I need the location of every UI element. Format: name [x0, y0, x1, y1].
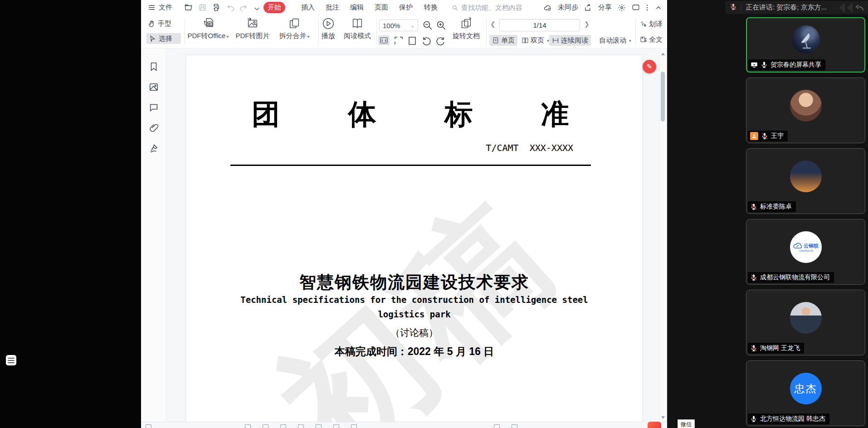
message-icon[interactable]	[632, 4, 640, 12]
search-input[interactable]: 查找功能、文档内容	[452, 3, 532, 13]
statusbar-icon[interactable]	[333, 424, 339, 428]
fit-width-icon[interactable]	[393, 35, 404, 46]
split-merge-button[interactable]: 拆分合并▾	[273, 17, 315, 40]
statusbar-icon[interactable]	[298, 424, 304, 428]
signature-icon[interactable]	[149, 143, 159, 153]
statusbar-icon[interactable]	[512, 424, 517, 428]
participant-tile[interactable]: 标准委陈卓	[746, 148, 865, 214]
rotate-right-icon[interactable]	[435, 35, 446, 46]
draft-note: （讨论稿）	[186, 326, 642, 339]
zoom-out-icon[interactable]	[422, 20, 433, 31]
print-icon[interactable]	[212, 3, 220, 12]
screen-share-icon	[751, 61, 758, 68]
pdf-to-image-button[interactable]: PDF转图片	[232, 17, 273, 40]
nav-back-icon[interactable]	[839, 3, 845, 13]
select-tool-button[interactable]: 选择	[146, 33, 181, 44]
taskbar-app-icon[interactable]	[648, 422, 661, 428]
fit-page-icon[interactable]	[407, 35, 418, 46]
nav-back-icon[interactable]	[847, 3, 853, 13]
avatar-initials-text: 忠杰	[795, 382, 817, 396]
image-panel-icon[interactable]	[149, 82, 159, 92]
page-number-input[interactable]: 1/14	[499, 19, 580, 31]
zoom-select[interactable]: 100% ⌄	[379, 19, 418, 31]
scrollbar-thumb[interactable]	[661, 72, 665, 122]
more-vertical-icon[interactable]	[646, 4, 649, 12]
single-page-button[interactable]: 单页	[489, 35, 517, 46]
participant-name: 北方恒达物流园 韩忠杰	[760, 415, 825, 423]
split-merge-icon	[288, 17, 301, 30]
continuous-read-button[interactable]: 连续阅读	[549, 35, 591, 46]
statusbar-icon[interactable]	[316, 424, 322, 428]
redo-icon[interactable]	[239, 3, 248, 12]
tab-comment[interactable]: 批注	[326, 0, 339, 15]
mic-muted-icon	[750, 203, 757, 210]
rotate-doc-button[interactable]: 旋转文档	[449, 17, 484, 40]
vertical-scrollbar[interactable]: ❯	[659, 49, 666, 422]
tab-protect[interactable]: 保护	[399, 0, 413, 15]
statusbar-icon[interactable]	[494, 424, 500, 428]
tab-page[interactable]: 页面	[375, 0, 388, 15]
bookmark-icon[interactable]	[149, 62, 159, 72]
cloud-unsynced-icon[interactable]	[544, 4, 552, 12]
translate-full-button[interactable]: 全文	[637, 34, 665, 45]
statusbar-icon[interactable]	[280, 424, 286, 428]
attachment-icon[interactable]	[149, 123, 159, 133]
participant-name-bar: 成都云钢联物流有限公司	[748, 272, 834, 283]
participant-tile[interactable]: 淘钢网 王龙飞	[746, 290, 865, 355]
save-icon[interactable]	[198, 3, 207, 12]
scroll-down-icon[interactable]	[661, 416, 665, 419]
share-label[interactable]: 分享	[598, 3, 612, 12]
read-mode-icon	[351, 17, 364, 30]
comment-panel-icon[interactable]	[149, 102, 159, 112]
tab-convert[interactable]: 转换	[424, 0, 438, 15]
annotation-float-button[interactable]: ✎	[643, 60, 656, 73]
prev-page-icon[interactable]: ❮	[490, 20, 496, 28]
tab-edit[interactable]: 编辑	[350, 0, 364, 15]
share-icon[interactable]	[584, 4, 592, 12]
translate-word-icon	[640, 20, 647, 28]
hand-tool-button[interactable]: 手型	[148, 19, 180, 29]
meeting-top-bar: 正在讲话: 贺宗春; 京东方...	[725, 1, 868, 14]
participant-tile[interactable]: 贺宗春的屏幕共享	[746, 17, 865, 73]
participant-name: 王宇	[771, 132, 784, 140]
statusbar-doc-icon[interactable]	[146, 424, 151, 428]
muted-mic-icon	[730, 3, 737, 12]
toolbar-more-icon[interactable]	[253, 5, 261, 13]
participant-tile[interactable]: 云钢联 YUNGANGLIAN 成都云钢联物流有限公司	[746, 219, 865, 285]
participant-name: 成都云钢联物流有限公司	[760, 273, 830, 282]
next-page-icon[interactable]: ❯	[584, 20, 590, 28]
actual-size-icon[interactable]	[378, 35, 390, 45]
meeting-panel: 正在讲话: 贺宗春; 京东方... 贺宗春的屏幕共享 王宇	[667, 0, 868, 428]
play-label: 播放	[322, 32, 335, 40]
pdf-app-window: 文件 开始 插入 批注 编辑 页面 保护 转换 查找功能、文档内容 未同步 分享	[141, 0, 667, 428]
read-mode-button[interactable]: 阅读模式	[340, 17, 375, 40]
rotate-doc-icon	[459, 17, 473, 30]
participant-name-bar: 北方恒达物流园 韩忠杰	[748, 413, 829, 424]
scroll-up-icon[interactable]	[661, 53, 665, 55]
tab-insert[interactable]: 插入	[301, 0, 315, 15]
statusbar-icon[interactable]	[351, 424, 357, 428]
gear-icon[interactable]	[618, 4, 626, 12]
double-page-button[interactable]: 双页▾	[519, 35, 552, 46]
collapse-ribbon-icon[interactable]	[654, 4, 663, 12]
translate-word-button[interactable]: 划译	[637, 19, 665, 29]
search-placeholder: 查找功能、文档内容	[461, 4, 522, 12]
rotate-left-icon[interactable]	[421, 35, 432, 46]
auto-scroll-button[interactable]: 自动滚动▾	[596, 35, 634, 46]
statusbar-icon[interactable]	[263, 424, 268, 428]
tab-home[interactable]: 开始	[263, 2, 285, 13]
zoom-in-icon[interactable]	[436, 20, 447, 31]
return-arrow-icon[interactable]	[854, 2, 865, 13]
participant-tile[interactable]: 王宇	[746, 78, 865, 143]
statusbar-zoom-slider[interactable]	[387, 424, 428, 428]
open-icon[interactable]	[184, 3, 193, 12]
statusbar-icon[interactable]	[245, 424, 251, 428]
file-menu[interactable]: 文件	[148, 0, 172, 15]
participant-tile[interactable]: 忠杰 北方恒达物流园 韩忠杰	[746, 360, 865, 426]
list-panel-icon[interactable]	[6, 355, 16, 365]
hamburger-icon	[148, 4, 156, 11]
undo-icon[interactable]	[226, 3, 235, 12]
play-button[interactable]: 播放	[318, 17, 338, 40]
background-desktop	[0, 0, 141, 428]
pdf-to-office-button[interactable]: PDF转Office▾	[185, 17, 232, 40]
